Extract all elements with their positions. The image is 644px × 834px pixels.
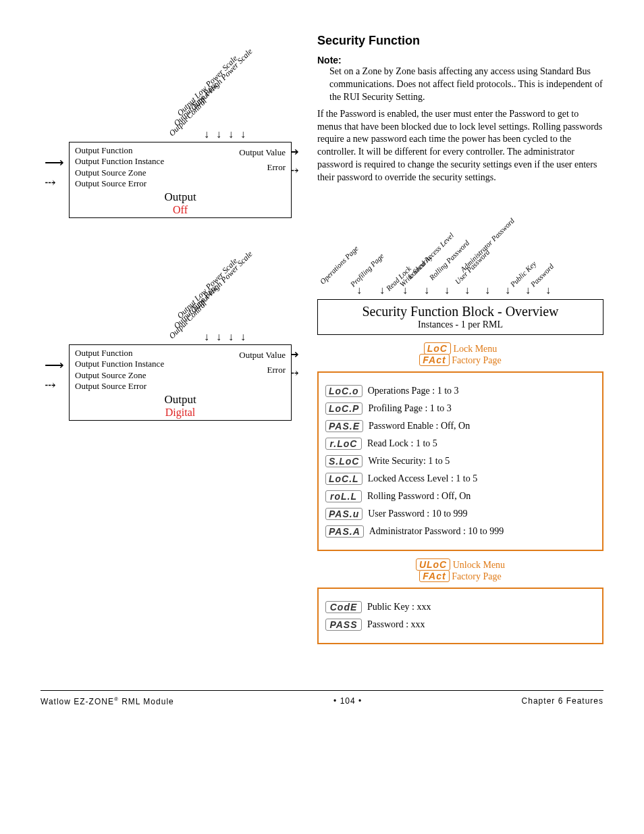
seg-display: LoC bbox=[424, 342, 451, 355]
param-label: Public Key : xxx bbox=[367, 602, 431, 613]
param-label: Write Security: 1 to 5 bbox=[368, 456, 450, 467]
seg-display: PAS.E bbox=[325, 420, 363, 432]
param-row: CodEPublic Key : xxx bbox=[325, 601, 595, 613]
param-label: Password : xxx bbox=[367, 619, 425, 630]
arrow-down-icon: ↓ bbox=[216, 331, 221, 343]
arrow-down-icon: ↓ bbox=[402, 284, 408, 296]
menu-label: Unlock Menu bbox=[453, 560, 505, 570]
param-label: Locked Access Level : 1 to 5 bbox=[368, 473, 478, 484]
arrow-down-icon: ↓ bbox=[379, 284, 385, 296]
arrow-right-dashed-icon: ⤏ bbox=[45, 377, 54, 393]
arrow-right-icon: ⟶ bbox=[45, 154, 62, 170]
menu-label: Factory Page bbox=[452, 571, 501, 581]
right-column: Security Function Note: Set on a Zone by… bbox=[317, 34, 603, 650]
arrow-down-icon: ↓ bbox=[545, 284, 551, 296]
note-body: Set on a Zone by Zone basis affecting an… bbox=[329, 66, 603, 104]
seg-display: r.LoC bbox=[325, 438, 362, 450]
body-paragraph: If the Password is enabled, the user mus… bbox=[317, 108, 603, 184]
param-row: roL.LRolling Password : Off, On bbox=[325, 490, 595, 502]
ob-sub: Digital bbox=[75, 407, 286, 419]
seg-display: LoC.L bbox=[325, 473, 363, 485]
menu-label: Lock Menu bbox=[453, 344, 497, 354]
arrow-down-icon: ↓ bbox=[525, 284, 531, 296]
seg-display: PAS.u bbox=[325, 508, 363, 520]
security-block: Operations Page Profiling Page Read Lock… bbox=[317, 198, 603, 644]
page-footer: Watlow EZ-ZONE® RML Module • 104 • Chapt… bbox=[41, 690, 603, 706]
footer-mid: • 104 • bbox=[333, 696, 362, 706]
ob-item: Error bbox=[239, 363, 286, 377]
ob-title: Output bbox=[75, 190, 286, 204]
param-row: PASSPassword : xxx bbox=[325, 619, 595, 631]
seg-display: CodE bbox=[325, 601, 362, 613]
param-row: PAS.EPassword Enable : Off, On bbox=[325, 420, 595, 432]
menu-label: Factory Page bbox=[452, 355, 501, 365]
seg-display: ULoC bbox=[416, 558, 450, 571]
output-block-off: Output High Power Scale Output Low Power… bbox=[41, 41, 297, 216]
bullet: • bbox=[356, 696, 363, 706]
arrow-down-icon: ↓ bbox=[240, 128, 246, 140]
seg-display: PAS.A bbox=[325, 525, 364, 538]
param-row: S.LoCWrite Security: 1 to 5 bbox=[325, 455, 595, 467]
section-heading: Security Function bbox=[317, 34, 603, 48]
lock-param-box: LoC.oOperations Page : 1 to 3 LoC.PProfi… bbox=[317, 371, 603, 551]
param-label: Read Lock : 1 to 5 bbox=[367, 438, 437, 449]
ob-sub: Off bbox=[75, 204, 286, 216]
arrow-down-icon: ↓ bbox=[204, 331, 209, 343]
param-row: PAS.AAdministrator Password : 10 to 999 bbox=[325, 525, 595, 538]
output-box: Output Function Output Function Instance… bbox=[69, 142, 292, 218]
note-label: Note: bbox=[317, 55, 603, 66]
ob-item: Output Source Error bbox=[75, 178, 286, 189]
ob-item: Output Value bbox=[239, 145, 286, 160]
security-overview-box: Security Function Block - Overview Insta… bbox=[317, 299, 603, 335]
seg-display: roL.L bbox=[325, 490, 362, 502]
arrow-down-icon: ↓ bbox=[424, 284, 429, 296]
footer-left: Watlow EZ-ZONE® RML Module bbox=[41, 696, 174, 706]
unlock-menu-header: ULoC Unlock Menu FAct Factory Page bbox=[317, 559, 603, 582]
seg-display: FAct bbox=[419, 570, 449, 582]
unlock-param-box: CodEPublic Key : xxx PASSPassword : xxx bbox=[317, 588, 603, 644]
param-row: LoC.PProfiling Page : 1 to 3 bbox=[325, 402, 595, 415]
arrow-down-icon: ↓ bbox=[240, 331, 246, 343]
param-label: Profiling Page : 1 to 3 bbox=[368, 403, 451, 414]
seg-display: PASS bbox=[325, 619, 362, 631]
ob-item: Output Source Error bbox=[75, 381, 286, 392]
page-number: 104 bbox=[340, 696, 356, 706]
reg-mark: ® bbox=[114, 696, 119, 702]
left-column: Output High Power Scale Output Low Power… bbox=[41, 34, 297, 650]
param-label: Operations Page : 1 to 3 bbox=[368, 386, 459, 396]
footer-right: Chapter 6 Features bbox=[522, 696, 603, 706]
param-row: PAS.uUser Password : 10 to 999 bbox=[325, 508, 595, 520]
lock-menu-header: LoC Lock Menu FAct Factory Page bbox=[317, 343, 603, 366]
arrow-right-dashed-icon: ⤏ bbox=[45, 174, 54, 190]
seg-display: LoC.o bbox=[325, 385, 363, 397]
ob-title: Output bbox=[75, 393, 286, 407]
arrow-down-icon: ↓ bbox=[216, 128, 221, 140]
param-label: Administrator Password : 10 to 999 bbox=[369, 526, 504, 537]
arrow-right-icon: ⟶ bbox=[45, 357, 62, 373]
arrow-down-icon: ↓ bbox=[204, 128, 209, 140]
arrow-down-icon: ↓ bbox=[228, 128, 234, 140]
sec-label: Profiling Page bbox=[349, 252, 385, 288]
ob-item: Error bbox=[239, 160, 286, 175]
footer-left-tail: RML Module bbox=[119, 697, 174, 706]
param-label: User Password : 10 to 999 bbox=[368, 509, 467, 519]
bullet: • bbox=[333, 696, 340, 706]
arrow-down-icon: ↓ bbox=[505, 284, 510, 296]
arrow-down-icon: ↓ bbox=[464, 284, 470, 296]
ob-item: Output Value bbox=[239, 348, 286, 363]
seg-display: S.LoC bbox=[325, 455, 363, 467]
arrow-down-icon: ↓ bbox=[228, 331, 234, 343]
param-label: Password Enable : Off, On bbox=[369, 421, 470, 432]
seg-display: LoC.P bbox=[325, 402, 363, 415]
arrow-down-icon: ↓ bbox=[485, 284, 490, 296]
output-block-digital: Output High Power Scale Output Low Power… bbox=[41, 243, 297, 419]
footer-left-text: Watlow EZ-ZONE bbox=[41, 697, 114, 706]
param-label: Rolling Password : Off, On bbox=[367, 491, 471, 502]
param-row: LoC.oOperations Page : 1 to 3 bbox=[325, 385, 595, 397]
arrow-down-icon: ↓ bbox=[444, 284, 450, 296]
param-row: LoC.LLocked Access Level : 1 to 5 bbox=[325, 473, 595, 485]
seg-display: FAct bbox=[419, 354, 449, 366]
output-box: Output Function Output Function Instance… bbox=[69, 344, 292, 421]
sec-box-title: Security Function Block - Overview bbox=[325, 304, 596, 319]
sec-box-sub: Instances - 1 per RML bbox=[325, 319, 596, 330]
